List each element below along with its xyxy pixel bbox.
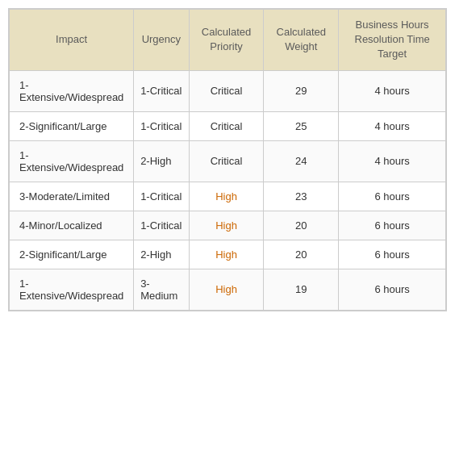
cell-calc-priority: High: [189, 211, 264, 240]
cell-urgency: 1-Critical: [134, 70, 189, 111]
cell-bh-resolution: 6 hours: [339, 269, 446, 310]
cell-impact: 2-Significant/Large: [10, 240, 134, 269]
cell-calc-priority: High: [189, 240, 264, 269]
cell-calc-weight: 29: [264, 70, 339, 111]
table-header-row: Impact Urgency Calculated Priority Calcu…: [10, 10, 446, 71]
table-row: 1-Extensive/Widespread1-CriticalCritical…: [10, 70, 446, 111]
cell-calc-priority: High: [189, 182, 264, 211]
cell-impact: 3-Moderate/Limited: [10, 182, 134, 211]
cell-calc-weight: 25: [264, 111, 339, 140]
cell-impact: 2-Significant/Large: [10, 111, 134, 140]
col-header-calc-priority: Calculated Priority: [189, 10, 264, 71]
col-header-bh-resolution: Business Hours Resolution Time Target: [339, 10, 446, 71]
table-row: 1-Extensive/Widespread3-MediumHigh196 ho…: [10, 269, 446, 310]
table-row: 2-Significant/Large2-HighHigh206 hours: [10, 240, 446, 269]
cell-urgency: 3-Medium: [134, 269, 189, 310]
col-header-impact: Impact: [10, 10, 134, 71]
cell-calc-priority: Critical: [189, 70, 264, 111]
priority-table-wrapper: Impact Urgency Calculated Priority Calcu…: [8, 8, 447, 311]
cell-urgency: 2-High: [134, 240, 189, 269]
cell-bh-resolution: 6 hours: [339, 240, 446, 269]
col-header-urgency: Urgency: [134, 10, 189, 71]
cell-calc-weight: 23: [264, 182, 339, 211]
table-row: 4-Minor/Localized1-CriticalHigh206 hours: [10, 211, 446, 240]
cell-calc-priority: High: [189, 269, 264, 310]
cell-calc-priority: Critical: [189, 140, 264, 182]
cell-urgency: 1-Critical: [134, 182, 189, 211]
cell-urgency: 1-Critical: [134, 111, 189, 140]
cell-impact: 1-Extensive/Widespread: [10, 70, 134, 111]
cell-impact: 1-Extensive/Widespread: [10, 140, 134, 182]
cell-bh-resolution: 4 hours: [339, 70, 446, 111]
cell-bh-resolution: 6 hours: [339, 211, 446, 240]
cell-calc-weight: 24: [264, 140, 339, 182]
cell-bh-resolution: 6 hours: [339, 182, 446, 211]
cell-calc-weight: 20: [264, 240, 339, 269]
table-row: 3-Moderate/Limited1-CriticalHigh236 hour…: [10, 182, 446, 211]
cell-impact: 1-Extensive/Widespread: [10, 269, 134, 310]
cell-urgency: 1-Critical: [134, 211, 189, 240]
table-row: 1-Extensive/Widespread2-HighCritical244 …: [10, 140, 446, 182]
cell-bh-resolution: 4 hours: [339, 140, 446, 182]
table-row: 2-Significant/Large1-CriticalCritical254…: [10, 111, 446, 140]
cell-bh-resolution: 4 hours: [339, 111, 446, 140]
cell-urgency: 2-High: [134, 140, 189, 182]
cell-calc-priority: Critical: [189, 111, 264, 140]
cell-impact: 4-Minor/Localized: [10, 211, 134, 240]
cell-calc-weight: 19: [264, 269, 339, 310]
col-header-calc-weight: Calculated Weight: [264, 10, 339, 71]
cell-calc-weight: 20: [264, 211, 339, 240]
priority-table: Impact Urgency Calculated Priority Calcu…: [9, 9, 446, 311]
